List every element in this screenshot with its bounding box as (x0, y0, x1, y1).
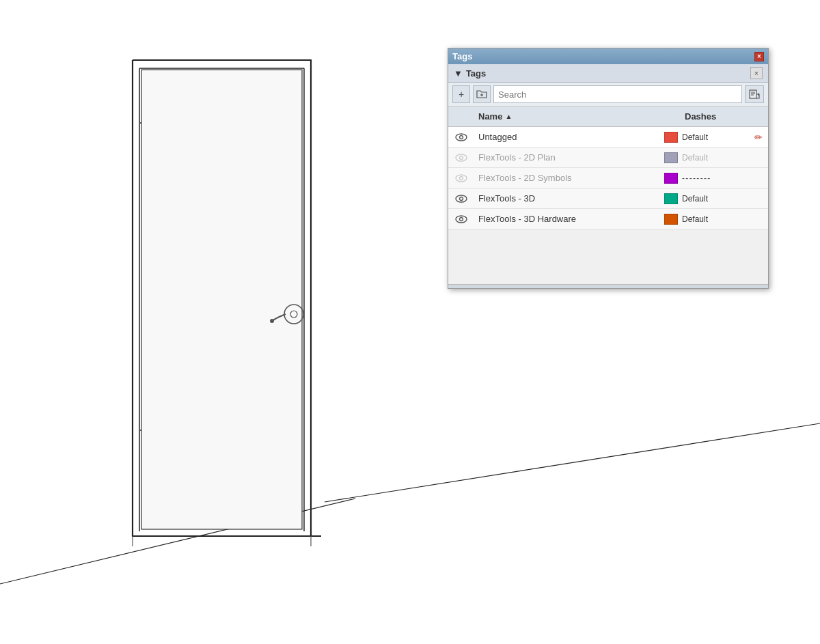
visibility-toggle[interactable] (448, 214, 474, 224)
tag-color-dashes: Default (660, 193, 749, 204)
add-tag-button[interactable]: + (452, 85, 470, 103)
panel-subheader-close-button[interactable]: × (750, 67, 763, 79)
svg-line-1 (325, 423, 820, 502)
color-swatch[interactable] (664, 152, 678, 163)
panel-subtitle: Tags (466, 68, 486, 79)
export-button[interactable] (745, 85, 764, 103)
svg-point-8 (270, 319, 274, 323)
visibility-toggle[interactable] (448, 132, 474, 142)
dashes-label: Default (682, 194, 708, 204)
panel-subheader: ▼ Tags × (448, 64, 768, 83)
add-tag-folder-button[interactable] (473, 85, 491, 103)
sort-arrow-icon: ▲ (505, 113, 512, 120)
color-swatch[interactable] (664, 173, 678, 184)
color-swatch[interactable] (664, 132, 678, 143)
tag-color-dashes: - - - - - - - - (660, 173, 749, 184)
svg-point-27 (456, 216, 467, 223)
tag-color-dashes: Default (660, 152, 749, 163)
dashes-pattern-label: - - - - - - - - (682, 173, 709, 183)
tag-name-label: FlexTools - 2D Plan (474, 152, 660, 163)
tag-color-dashes: Default (660, 132, 749, 143)
color-swatch[interactable] (664, 193, 678, 204)
color-swatch[interactable] (664, 214, 678, 225)
tag-row[interactable]: FlexTools - 2D Symbols- - - - - - - - (448, 168, 768, 188)
tag-row[interactable]: FlexTools - 3DDefault (448, 188, 768, 209)
panel-subheader-left: ▼ Tags (454, 68, 486, 79)
visibility-toggle[interactable] (448, 194, 474, 204)
tag-row[interactable]: FlexTools - 3D HardwareDefault (448, 209, 768, 229)
svg-rect-5 (141, 70, 302, 529)
tag-rows-container: UntaggedDefault✏ FlexTools - 2D PlanDefa… (448, 127, 768, 229)
tag-name-label: FlexTools - 2D Symbols (474, 173, 660, 183)
dashes-col-header: Dashes (679, 111, 768, 122)
svg-point-23 (456, 175, 467, 182)
tag-name-label: FlexTools - 3D (474, 193, 660, 204)
tag-row[interactable]: FlexTools - 2D PlanDefault (448, 148, 768, 168)
svg-point-22 (460, 156, 463, 159)
tag-name-label: Untagged (474, 132, 660, 142)
svg-point-25 (456, 195, 467, 202)
visibility-toggle[interactable] (448, 153, 474, 163)
dashes-label: Default (682, 132, 708, 142)
svg-point-21 (456, 154, 467, 161)
svg-point-24 (460, 176, 463, 180)
panel-titlebar: Tags × (448, 48, 768, 64)
tag-row[interactable]: UntaggedDefault✏ (448, 127, 768, 148)
panel-toolbar: + (448, 83, 768, 107)
dashes-label: Default (682, 153, 708, 163)
panel-resize-handle[interactable] (448, 284, 768, 288)
svg-point-26 (460, 197, 463, 200)
edit-tag-button[interactable]: ✏ (749, 132, 768, 143)
tag-color-dashes: Default (660, 214, 749, 225)
name-col-header[interactable]: Name ▲ (474, 111, 679, 122)
tags-panel: Tags × ▼ Tags × + (448, 48, 769, 289)
svg-point-20 (460, 135, 463, 139)
panel-titlebar-close-button[interactable]: × (754, 52, 764, 61)
panel-body-empty (448, 229, 768, 284)
dashes-label: Default (682, 214, 708, 224)
svg-point-19 (456, 134, 467, 141)
visibility-toggle[interactable] (448, 173, 474, 183)
column-headers: Name ▲ Dashes (448, 107, 768, 127)
collapse-arrow-icon[interactable]: ▼ (454, 68, 463, 79)
svg-rect-15 (750, 90, 756, 98)
tag-name-label: FlexTools - 3D Hardware (474, 214, 660, 224)
svg-point-28 (460, 217, 463, 221)
search-input[interactable] (493, 85, 742, 103)
pencil-icon[interactable]: ✏ (754, 132, 763, 143)
panel-title: Tags (452, 51, 472, 61)
